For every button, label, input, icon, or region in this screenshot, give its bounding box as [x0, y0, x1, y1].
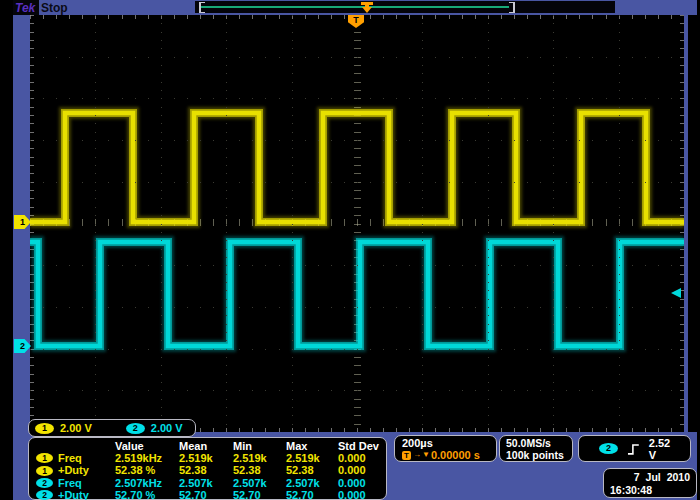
- grid-vline: [226, 15, 227, 432]
- meas-cell: 0.000: [338, 477, 387, 489]
- acquisition-readout: 50.0MS/s 100k points: [499, 435, 573, 462]
- date-value: 7 Jul 2010: [610, 471, 690, 484]
- meas-cell: 52.70: [179, 489, 233, 500]
- grid-hline: [30, 307, 684, 308]
- graticule: [30, 15, 684, 432]
- grid-hline: [30, 349, 684, 350]
- measurement-table: Value Mean Min Max Std Dev 1 Freq 2.519k…: [28, 437, 387, 500]
- ch2-trace: [30, 242, 684, 346]
- trigger-level-arrow: [671, 288, 681, 298]
- trigger-source-badge: 2: [599, 443, 618, 454]
- meas-cell: 52.38: [286, 464, 338, 476]
- col-header-value: Value: [115, 440, 179, 452]
- grid-vline: [488, 15, 489, 432]
- meas-cell: 2.507k: [286, 477, 338, 489]
- ch1-badge: 1: [36, 453, 53, 463]
- record-bracket-left: [199, 2, 205, 13]
- record-length: 100k points: [506, 449, 572, 461]
- grid-hline: [30, 265, 684, 266]
- record-view-bar: [195, 1, 615, 13]
- meas-cell: 0.000: [338, 452, 387, 464]
- waveform-traces: [30, 15, 684, 432]
- grid-hline: [30, 182, 684, 183]
- meas-cell: 52.38: [179, 464, 233, 476]
- meas-cell: 2.519kHz: [115, 452, 179, 464]
- trigger-readout: 2 2.52 V: [578, 435, 691, 462]
- grid-hline: [30, 140, 684, 141]
- ch1-trace: [30, 113, 684, 222]
- time-value: 16:30:48: [610, 484, 690, 497]
- oscilloscope-screen: Tek Stop 1 2 T 1 2.00 V: [0, 0, 700, 500]
- ch2-scale: 2.00 V: [151, 422, 183, 434]
- meas-cell: 2.519k: [233, 452, 286, 464]
- trigger-position-readout: T→▼ 0.00000 s: [402, 449, 496, 461]
- tek-logo: Tek: [15, 1, 35, 15]
- meas-cell: 52.70: [233, 489, 286, 500]
- meas-cell: 2.507k: [233, 477, 286, 489]
- arrow-right-icon: →: [413, 449, 420, 461]
- grid-hline: [30, 390, 684, 391]
- trigger-level-value: 2.52 V: [649, 437, 680, 461]
- col-header-std: Std Dev: [338, 440, 387, 452]
- grid-hline: [30, 98, 684, 99]
- meas-cell: 52.38: [233, 464, 286, 476]
- grid-hline: [30, 57, 684, 58]
- ch1-badge: 1: [36, 466, 53, 476]
- ch2-badge: 2: [36, 490, 53, 500]
- meas-cell: 2.519k: [179, 452, 233, 464]
- meas-cell: 2.507k: [179, 477, 233, 489]
- meas-cell: 52.38 %: [115, 464, 179, 476]
- grid-vline: [292, 15, 293, 432]
- col-header-max: Max: [286, 440, 338, 452]
- meas-row-label: 2 +Duty: [36, 489, 115, 500]
- record-length-line: [201, 6, 509, 8]
- rising-edge-icon: [627, 442, 640, 456]
- ch2-badge: 2: [126, 423, 145, 434]
- acquisition-status: Stop: [41, 1, 68, 15]
- grid-vline: [553, 15, 554, 432]
- timebase-readout: 200µs T→▼ 0.00000 s: [394, 435, 497, 462]
- sample-rate: 50.0MS/s: [506, 437, 572, 449]
- datetime-readout: 7 Jul 2010 16:30:48: [603, 468, 697, 498]
- grid-vline: [422, 15, 423, 432]
- ch1-scale: 2.00 V: [60, 422, 92, 434]
- triangle-down-icon: ▼: [422, 449, 429, 461]
- meas-cell: 0.000: [338, 464, 387, 476]
- grid-vline: [619, 15, 620, 432]
- timebase-scale: 200µs: [402, 437, 496, 449]
- meas-row-label: 2 Freq: [36, 477, 115, 489]
- ch2-badge: 2: [36, 478, 53, 488]
- channel-scale-readout: 1 2.00 V 2 2.00 V: [28, 419, 196, 437]
- grid-vline: [95, 15, 96, 432]
- ch1-badge: 1: [35, 423, 54, 434]
- record-bracket-right: [509, 2, 515, 13]
- meas-row-label: 1 Freq: [36, 452, 115, 464]
- col-header-mean: Mean: [179, 440, 233, 452]
- meas-row-label: 1 +Duty: [36, 464, 115, 476]
- meas-cell: 0.000: [338, 489, 387, 500]
- trigger-t-icon: T: [402, 451, 411, 460]
- meas-cell: 2.519k: [286, 452, 338, 464]
- top-status-bar: Tek Stop: [13, 0, 697, 15]
- meas-cell: 52.70 %: [115, 489, 179, 500]
- horizontal-position-value: 0.00000 s: [431, 449, 480, 461]
- grid-vline: [161, 15, 162, 432]
- trigger-position-icon: [360, 1, 374, 13]
- col-header-min: Min: [233, 440, 286, 452]
- meas-cell: 2.507kHz: [115, 477, 179, 489]
- meas-cell: 52.70: [286, 489, 338, 500]
